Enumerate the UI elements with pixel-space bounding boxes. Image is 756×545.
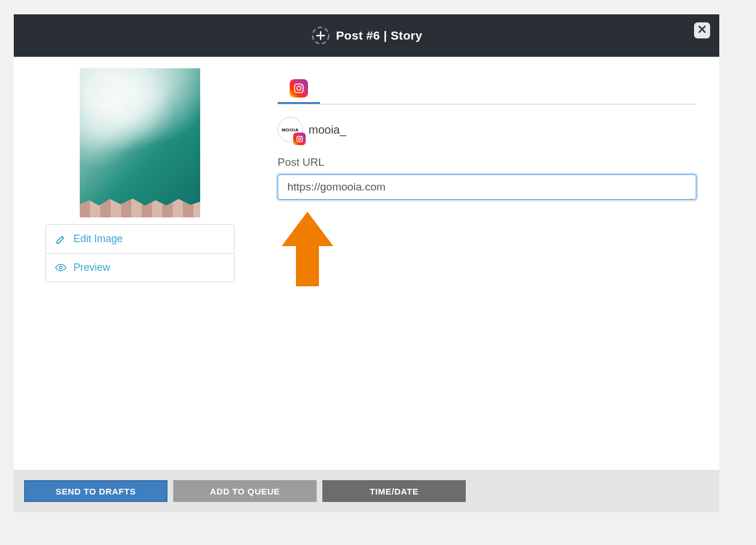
post-image-thumbnail[interactable] bbox=[80, 68, 200, 217]
avatar-text: MOOIA bbox=[282, 127, 299, 133]
timedate-label: TIME/DATE bbox=[369, 486, 418, 496]
svg-rect-2 bbox=[295, 84, 303, 92]
image-options: Edit Image Preview bbox=[45, 224, 235, 282]
instagram-icon bbox=[290, 79, 308, 98]
preview-button[interactable]: Preview bbox=[46, 253, 234, 282]
svg-point-4 bbox=[301, 85, 302, 86]
pencil-icon bbox=[55, 233, 67, 245]
time-date-button[interactable]: TIME/DATE bbox=[322, 480, 466, 502]
close-icon bbox=[698, 25, 706, 36]
attention-arrow-icon bbox=[279, 209, 696, 291]
preview-label: Preview bbox=[73, 262, 110, 274]
svg-point-7 bbox=[301, 137, 301, 137]
svg-point-1 bbox=[60, 266, 63, 269]
add-to-queue-button[interactable]: ADD TO QUEUE bbox=[173, 480, 317, 502]
add-post-icon bbox=[311, 26, 330, 45]
send-to-drafts-button[interactable]: SEND TO DRAFTS bbox=[24, 480, 167, 502]
edit-image-button[interactable]: Edit Image bbox=[46, 225, 234, 253]
modal-title: Post #6 | Story bbox=[336, 29, 422, 42]
account-row: MOOIA mooia_ bbox=[278, 117, 696, 142]
modal-body: Edit Image Preview bbox=[14, 57, 719, 470]
right-column: MOOIA mooia_ Post URL bbox=[243, 68, 696, 458]
post-url-label: Post URL bbox=[278, 156, 696, 169]
post-editor-modal: Post #6 | Story Edit Image bbox=[14, 14, 719, 512]
left-column: Edit Image Preview bbox=[37, 68, 243, 458]
account-name: mooia_ bbox=[309, 123, 346, 137]
instagram-badge-icon bbox=[293, 133, 306, 145]
post-url-input[interactable] bbox=[278, 174, 696, 200]
svg-rect-5 bbox=[297, 136, 302, 142]
drafts-label: SEND TO DRAFTS bbox=[56, 486, 136, 496]
eye-icon bbox=[55, 264, 67, 271]
tab-instagram[interactable] bbox=[278, 74, 320, 104]
queue-label: ADD TO QUEUE bbox=[210, 486, 280, 496]
modal-header: Post #6 | Story bbox=[14, 14, 719, 57]
platform-tabs bbox=[278, 74, 696, 104]
svg-point-3 bbox=[297, 86, 301, 90]
close-button[interactable] bbox=[694, 22, 710, 38]
edit-image-label: Edit Image bbox=[73, 233, 123, 245]
svg-point-6 bbox=[298, 138, 301, 140]
modal-footer: SEND TO DRAFTS ADD TO QUEUE TIME/DATE bbox=[14, 470, 719, 512]
account-avatar[interactable]: MOOIA bbox=[278, 117, 303, 142]
